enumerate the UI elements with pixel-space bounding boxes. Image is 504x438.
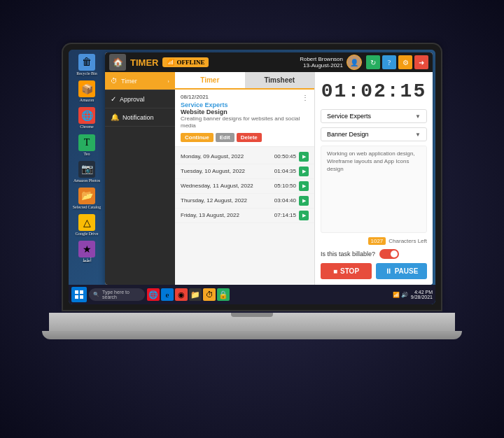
project-dropdown-value: Banner Design: [327, 131, 369, 138]
taskbar-app-timer[interactable]: ⏱: [203, 288, 216, 301]
time-val-2: 05:10:50: [274, 183, 296, 189]
offline-text: OFFLINE: [176, 59, 204, 66]
help-icon[interactable]: ?: [382, 55, 396, 69]
day-label-4: Friday, 13 August, 2022: [181, 212, 274, 218]
desktop-icon-7[interactable]: ★ أطط: [70, 239, 104, 264]
main-content: Timer Timsheet 08/12/2021 ⋮ Servic: [175, 72, 433, 285]
chars-row: 1027 Characters Left: [321, 237, 427, 245]
user-name: Robert Brownson: [300, 56, 343, 62]
tab-timesheet[interactable]: Timsheet: [245, 72, 315, 88]
taskbar-clock: 4:42 PM 9/28/2021: [411, 290, 433, 299]
time-row-2: Wednesday, 11 August, 2022 05:10:50 ▶: [175, 179, 314, 194]
desktop-icon-label-2: Chrome: [80, 125, 93, 129]
taskbar-app-chrome[interactable]: ◉: [175, 288, 188, 301]
tabs: Timer Timsheet: [175, 72, 314, 90]
desktop-icon-4[interactable]: 📷 Amazon Photos: [70, 160, 104, 185]
time-icon-4[interactable]: ▶: [299, 211, 309, 220]
entry-description: Creating banner designs for websites and…: [181, 115, 309, 130]
volume-icon: 🔊: [401, 292, 408, 298]
desktop-icon-img-7: ★: [78, 241, 95, 257]
offline-badge: 📶 OFFLINE: [162, 57, 209, 67]
time-icon-3[interactable]: ▶: [299, 196, 309, 206]
wifi-icon: 📶: [393, 292, 400, 298]
billable-toggle[interactable]: [379, 249, 399, 259]
settings-icon[interactable]: ⚙: [398, 55, 412, 69]
taskbar-search[interactable]: 🔍 Type here to search: [89, 288, 145, 301]
desktop-icon-3[interactable]: T Teo: [70, 133, 104, 158]
desktop-icon-label-7: أطط: [83, 258, 92, 263]
day-label-0: Monday, 09 August, 2022: [181, 153, 274, 160]
time-icon-2[interactable]: ▶: [299, 181, 309, 191]
entry-menu[interactable]: ⋮: [302, 94, 309, 101]
svg-rect-1: [80, 290, 83, 294]
desktop-icon-label-5: Selected Catalog: [73, 205, 102, 210]
refresh-icon[interactable]: ↻: [366, 55, 380, 69]
search-placeholder: Type here to search: [102, 290, 141, 299]
desktop-icon-img-6: △: [78, 214, 95, 231]
offline-icon: 📶: [167, 59, 174, 66]
app-body: ⏱ Timer › ✓ Approval 🔔 Notification: [105, 72, 433, 285]
time-row-0: Monday, 09 August, 2022 00:50:45 ▶: [175, 150, 314, 164]
pause-button[interactable]: ⏸ PAUSE: [376, 263, 427, 279]
sidebar-item-approval[interactable]: ✓ Approval: [105, 90, 175, 108]
time-row-1: Tuesday, 10 August, 2022 01:04:35 ▶: [175, 164, 314, 179]
desktop-icons: 🗑 Recycle Bin 📦 Amazon 🌐 Chrome T Teo 📷 …: [69, 50, 105, 285]
taskbar-time-value: 4:42 PM: [411, 290, 433, 295]
taskbar-right: 📶 🔊 4:42 PM 9/28/2021: [393, 290, 433, 299]
edit-button[interactable]: Edit: [216, 133, 234, 142]
taskbar-app-ie[interactable]: e: [161, 288, 174, 301]
desktop-icon-label-0: Recycle Bin: [76, 71, 97, 76]
company-dropdown[interactable]: Service Experts ▼: [321, 109, 427, 123]
time-val-4: 07:14:15: [274, 212, 296, 218]
desktop-icon-5[interactable]: 📂 Selected Catalog: [70, 186, 104, 211]
taskbar-app-folder[interactable]: 📁: [189, 288, 202, 301]
notes-textarea[interactable]: Working on web application design, Wiref…: [321, 146, 427, 233]
home-button[interactable]: 🏠: [109, 54, 126, 71]
desktop-icon-img-2: 🌐: [78, 107, 95, 124]
start-button[interactable]: [71, 287, 87, 302]
stop-label: STOP: [340, 267, 359, 275]
desktop-icon-6[interactable]: △ Google Drive: [70, 213, 104, 238]
entry-actions: Continue Edit Delete: [181, 133, 309, 142]
time-icon-1[interactable]: ▶: [299, 167, 309, 176]
entry-company: Service Experts: [181, 101, 309, 108]
tab-timer[interactable]: Timer: [175, 72, 245, 90]
time-icon-0[interactable]: ▶: [299, 152, 309, 162]
desktop-icon-img-5: 📂: [78, 188, 95, 204]
taskbar-app-green[interactable]: 🔒: [217, 288, 230, 301]
sidebar-approval-label: Approval: [120, 96, 145, 103]
entry-project: Website Design: [181, 108, 309, 115]
control-buttons: ■ STOP ⏸ PAUSE: [321, 263, 427, 279]
continue-button[interactable]: Continue: [181, 133, 214, 142]
taskbar-date-value: 9/28/2021: [411, 295, 433, 299]
search-icon: 🔍: [93, 292, 99, 297]
project-dropdown[interactable]: Banner Design ▼: [321, 127, 427, 141]
svg-rect-0: [75, 290, 78, 294]
svg-rect-3: [80, 295, 83, 299]
billable-row: Is this task billable?: [321, 249, 427, 259]
sidebar-notification-label: Notification: [122, 114, 154, 121]
time-row-4: Friday, 13 August, 2022 07:14:15 ▶: [175, 209, 314, 223]
desktop-icon-1[interactable]: 📦 Amazon: [70, 79, 104, 104]
user-text: Robert Brownson 13-August-2021: [300, 56, 343, 69]
user-date: 13-August-2021: [300, 62, 343, 69]
time-rows: Monday, 09 August, 2022 00:50:45 ▶ Tuesd…: [175, 147, 314, 226]
taskbar-system-icons: 📶 🔊: [393, 292, 408, 298]
taskbar: 🔍 Type here to search 🌐 e ◉ 📁 ⏱ 🔒 📶: [69, 285, 435, 304]
sidebar-item-timer[interactable]: ⏱ Timer ›: [105, 72, 175, 90]
clock-display: 01:02:15: [321, 78, 427, 105]
logout-icon[interactable]: ➜: [414, 55, 428, 69]
entry-date: 08/12/2021: [181, 94, 209, 100]
day-label-2: Wednesday, 11 August, 2022: [181, 183, 274, 189]
sidebar-item-notification[interactable]: 🔔 Notification: [105, 108, 175, 127]
timer-arrow: ›: [167, 78, 169, 84]
desktop-icon-img-0: 🗑: [78, 54, 95, 71]
stop-button[interactable]: ■ STOP: [321, 263, 372, 279]
desktop-icon-0[interactable]: 🗑 Recycle Bin: [70, 52, 104, 78]
delete-button[interactable]: Delete: [237, 133, 262, 142]
desktop-icon-2[interactable]: 🌐 Chrome: [70, 106, 104, 131]
timer-list-panel: Timer Timsheet 08/12/2021 ⋮ Servic: [175, 72, 315, 285]
desktop-icon-label-6: Google Drive: [76, 232, 99, 236]
taskbar-app-edge[interactable]: 🌐: [147, 288, 160, 301]
approval-icon: ✓: [111, 95, 116, 103]
